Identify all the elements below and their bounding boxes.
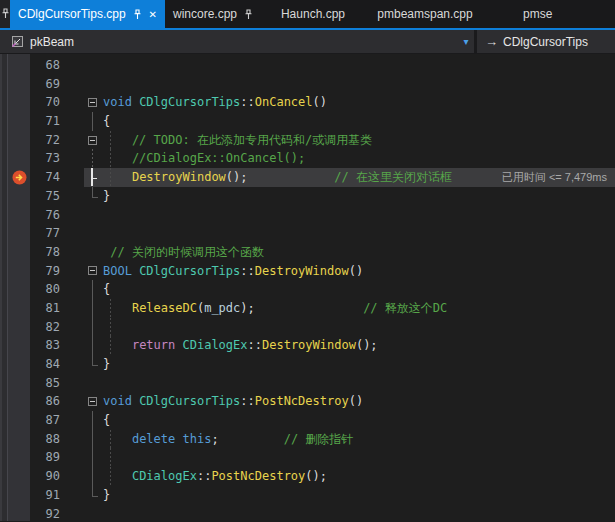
code-token: CDialogEx (132, 469, 197, 483)
code-token (103, 469, 132, 483)
code-token: void (103, 394, 132, 408)
indent-guide (110, 448, 111, 467)
outline-margin-cell (87, 392, 101, 411)
glyph-margin-cell[interactable] (8, 336, 30, 355)
glyph-margin-cell[interactable] (8, 93, 30, 112)
code-editor[interactable]: 686970void CDlgCursorTips::OnCancel()71{… (0, 54, 615, 521)
pin-icon[interactable] (133, 9, 142, 20)
scope-combo[interactable]: pkBeam (0, 30, 458, 53)
collapse-toggle-icon[interactable] (88, 397, 97, 406)
code-text-cell (101, 448, 615, 467)
scope-dropdown-button[interactable]: ▾ (458, 30, 474, 53)
line-number: 82 (30, 318, 66, 337)
code-token: (); (226, 170, 248, 184)
code-text-cell: { (101, 280, 615, 299)
code-text: // TODO: 在此添加专用代码和/或调用基类 (103, 131, 372, 150)
glyph-margin-cell[interactable] (8, 187, 30, 206)
glyph-margin-cell[interactable] (8, 374, 30, 393)
glyph-margin-cell[interactable] (8, 448, 30, 467)
perf-tip[interactable]: 已用时间 <= 7,479ms (502, 168, 615, 187)
code-line: 80{ (8, 280, 615, 299)
margin-spacer (66, 131, 87, 150)
code-line: 92 (8, 505, 615, 522)
margin-spacer (66, 430, 87, 449)
code-text: { (103, 280, 110, 299)
member-combo[interactable]: → CDlgCursorTips (477, 30, 615, 53)
code-token: (); (356, 338, 378, 352)
glyph-margin-cell[interactable] (8, 262, 30, 281)
code-text-cell: //CDialogEx::OnCancel(); (101, 149, 615, 168)
glyph-margin-cell[interactable] (8, 168, 30, 187)
code-token (103, 170, 132, 184)
line-number: 77 (30, 224, 66, 243)
breakpoint-icon[interactable] (12, 170, 27, 185)
tab-haunch-cpp[interactable]: Haunch.cpp (261, 0, 365, 28)
outline-guide-line (92, 112, 93, 131)
glyph-margin-cell[interactable] (8, 486, 30, 505)
member-combo-label: CDlgCursorTips (503, 35, 588, 49)
tab-pmse[interactable]: pmse (485, 0, 615, 28)
outline-margin-cell (87, 355, 101, 374)
code-line: 84} (8, 355, 615, 374)
glyph-margin-cell[interactable] (8, 56, 30, 75)
outline-margin-cell (87, 262, 101, 281)
glyph-margin-cell[interactable] (8, 411, 30, 430)
glyph-margin-cell[interactable] (8, 112, 30, 131)
close-icon[interactable]: ✕ (149, 9, 157, 20)
line-number: 88 (30, 430, 66, 449)
glyph-margin-cell[interactable] (8, 467, 30, 486)
chevron-down-icon: ▾ (463, 36, 468, 47)
glyph-margin-cell[interactable] (8, 505, 30, 522)
glyph-margin-cell[interactable] (8, 75, 30, 94)
code-token: DestroyWindow (255, 264, 349, 278)
tab-label: Haunch.cpp (281, 7, 345, 22)
tab-wincore-cpp[interactable]: wincore.cpp (165, 0, 261, 28)
glyph-margin-cell[interactable] (8, 243, 30, 262)
glyph-margin-cell[interactable] (8, 131, 30, 150)
outline-margin-cell (87, 336, 101, 355)
line-number: 72 (30, 131, 66, 150)
code-line: 79BOOL CDlgCursorTips::DestroyWindow() (8, 262, 615, 281)
glyph-margin-cell[interactable] (8, 149, 30, 168)
glyph-margin-cell[interactable] (8, 318, 30, 337)
tab-pmbeamspan-cpp[interactable]: pmbeamspan.cpp (365, 0, 485, 28)
glyph-margin-cell[interactable] (8, 392, 30, 411)
line-number: 86 (30, 392, 66, 411)
outline-guide-end (92, 187, 98, 198)
code-token: ); (240, 301, 254, 315)
scope-combo-label: pkBeam (30, 35, 74, 49)
margin-spacer (66, 505, 87, 522)
line-number: 83 (30, 336, 66, 355)
margin-spacer (66, 243, 87, 262)
line-number: 89 (30, 448, 66, 467)
collapse-toggle-icon[interactable] (88, 136, 97, 145)
outline-margin-cell (87, 299, 101, 318)
outline-margin-cell (87, 467, 101, 486)
glyph-margin-cell[interactable] (8, 280, 30, 299)
code-text-cell: // 关闭的时候调用这个函数 (101, 243, 615, 262)
tab-list: CDlgCursorTips.cpp✕wincore.cppHaunch.cpp… (10, 0, 615, 28)
glyph-margin-cell[interactable] (8, 224, 30, 243)
glyph-margin-cell[interactable] (8, 430, 30, 449)
tab-cdlgcursortips-cpp[interactable]: CDlgCursorTips.cpp✕ (10, 0, 165, 28)
glyph-margin-cell[interactable] (8, 299, 30, 318)
collapse-toggle-icon[interactable] (88, 266, 97, 275)
code-line: 89 (8, 448, 615, 467)
pinned-tab-edge[interactable] (0, 0, 10, 28)
code-text: void CDlgCursorTips::OnCancel() (103, 93, 327, 112)
code-text-cell (101, 505, 615, 522)
glyph-margin-cell[interactable] (8, 355, 30, 374)
line-number: 70 (30, 93, 66, 112)
code-token (103, 338, 132, 352)
code-line: 72 // TODO: 在此添加专用代码和/或调用基类 (8, 131, 615, 150)
code-token (103, 432, 132, 446)
collapse-toggle-icon[interactable] (88, 98, 97, 107)
margin-spacer (66, 299, 87, 318)
code-token: } (103, 189, 110, 203)
code-token: // 释放这个DC (363, 301, 447, 315)
code-text: DestroyWindow(); // 在这里关闭对话框 (103, 168, 452, 187)
code-text-cell: delete this; // 删除指针 (101, 430, 615, 449)
code-token: ReleaseDC (132, 301, 197, 315)
pin-icon[interactable] (244, 9, 253, 20)
glyph-margin-cell[interactable] (8, 206, 30, 225)
